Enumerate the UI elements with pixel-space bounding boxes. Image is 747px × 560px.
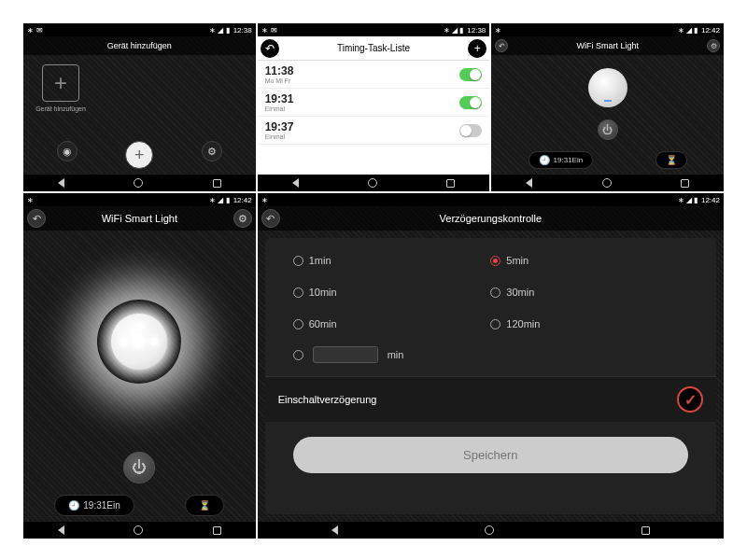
android-nav-bar (23, 522, 256, 539)
option-label: 30min (506, 287, 534, 298)
android-status-bar: ∗✉ ∗ ◢ ▮12:38 (23, 23, 256, 36)
option-label: 1min (309, 255, 331, 266)
back-icon[interactable] (292, 178, 299, 188)
add-button[interactable]: + (125, 141, 153, 169)
timer-toggle[interactable] (459, 124, 482, 137)
timer-toggle[interactable] (459, 68, 482, 81)
android-status-bar: ∗ ∗ ◢ ▮12:42 (258, 193, 724, 206)
home-icon[interactable] (134, 525, 143, 535)
page-title: WiFi Smart Light (102, 213, 177, 224)
screen-light-on: ∗ ∗ ◢ ▮12:42 ↶ WiFi Smart Light ⚙ ⏻ 🕘19:… (23, 193, 256, 539)
unit-label: min (388, 349, 404, 360)
screen-add-device: ∗✉ ∗ ◢ ▮12:38 Gerät hinzufügen + Gerät h… (23, 23, 256, 191)
save-button[interactable]: Speichern (293, 437, 688, 473)
page-title: Verzögerungskontrolle (440, 213, 542, 224)
timer-row[interactable]: 19:37Einmal (258, 117, 490, 145)
light-bulb-on[interactable] (97, 300, 181, 384)
delay-option-5min[interactable]: 5min (490, 255, 688, 266)
status-time: 12:42 (701, 26, 720, 35)
bottom-toolbar: ◉ + ⚙ (23, 135, 256, 175)
hourglass-icon: ⏳ (199, 500, 210, 511)
clock-icon: 🕘 (539, 155, 550, 165)
timer-list: 11:38Mo Mi Fr 19:31Einmal 19:37Einmal (258, 61, 490, 175)
timer-pill[interactable]: 🕘19:31Ein (529, 151, 594, 169)
android-status-bar: ∗✉ ∗ ◢ ▮12:38 (258, 23, 490, 36)
android-nav-bar (491, 175, 724, 191)
delay-mode-label: Einschaltverzögerung (278, 394, 377, 405)
pill-label: 19:31Ein (554, 156, 584, 164)
confirm-button[interactable]: ✓ (677, 386, 703, 413)
delay-option-60min[interactable]: 60min (293, 318, 491, 329)
light-bulb-off[interactable] (588, 68, 627, 107)
back-icon[interactable] (58, 178, 64, 188)
header: ↶ WiFi Smart Light ⚙ (23, 206, 256, 231)
status-time: 12:42 (701, 196, 720, 204)
add-device-tile[interactable]: + Gerät hinzufügen (33, 64, 89, 126)
home-icon[interactable] (485, 525, 494, 535)
android-nav-bar (258, 175, 490, 191)
option-label: 60min (309, 318, 337, 329)
settings-button[interactable]: ⚙ (202, 141, 222, 161)
recent-icon[interactable] (213, 526, 221, 535)
timer-toggle[interactable] (459, 96, 482, 109)
clock-icon: 🕘 (68, 500, 79, 511)
back-button[interactable]: ↶ (261, 39, 279, 58)
delay-option-30min[interactable]: 30min (490, 287, 688, 298)
android-nav-bar (23, 175, 256, 191)
add-timer-button[interactable]: + (468, 39, 486, 58)
recent-icon[interactable] (446, 179, 455, 188)
recent-icon[interactable] (213, 179, 221, 188)
screen-timing-list: ∗✉ ∗ ◢ ▮12:38 ↶ Timing-Task-Liste + 11:3… (258, 23, 490, 191)
recent-icon[interactable] (681, 179, 689, 188)
back-icon[interactable] (58, 525, 64, 535)
alarm-button[interactable]: ◉ (57, 141, 78, 161)
screen-light-off: ∗ ∗ ◢ ▮12:42 ↶ WiFi Smart Light ⚙ ⏻ 🕘19:… (491, 23, 724, 191)
back-button[interactable]: ↶ (495, 39, 508, 52)
back-button[interactable]: ↶ (261, 209, 280, 228)
header: ↶ Timing-Task-Liste + (258, 36, 490, 61)
home-icon[interactable] (134, 178, 143, 188)
delay-pill[interactable]: ⏳ (655, 151, 687, 169)
power-button[interactable]: ⏻ (123, 452, 155, 483)
delay-option-10min[interactable]: 10min (293, 287, 491, 298)
option-label: 10min (309, 287, 337, 298)
settings-button[interactable]: ⚙ (707, 39, 720, 52)
back-button[interactable]: ↶ (27, 209, 46, 228)
delay-option-custom[interactable] (293, 350, 303, 360)
timer-time: 19:37 (265, 120, 294, 133)
timer-row[interactable]: 11:38Mo Mi Fr (258, 61, 490, 89)
timer-time: 11:38 (265, 64, 294, 77)
power-button[interactable]: ⏻ (598, 119, 618, 140)
timer-pill[interactable]: 🕘19:31Ein (54, 495, 134, 516)
custom-minutes-input[interactable] (313, 346, 378, 363)
timer-repeat: Einmal (265, 133, 294, 140)
plus-icon: + (42, 64, 79, 102)
header: ↶ Verzögerungskontrolle (258, 206, 724, 231)
page-title: Timing-Task-Liste (337, 43, 410, 53)
timer-row[interactable]: 19:31Einmal (258, 89, 490, 117)
pill-label: 19:31Ein (83, 500, 120, 511)
status-time: 12:38 (467, 26, 486, 35)
delay-option-120min[interactable]: 120min (490, 318, 688, 329)
timer-time: 19:31 (265, 92, 294, 105)
home-icon[interactable] (602, 178, 612, 188)
settings-button[interactable]: ⚙ (233, 209, 252, 228)
delay-panel: 1min 5min 10min 30min 60min 120min min E… (265, 238, 716, 514)
add-device-label: Gerät hinzufügen (35, 105, 86, 112)
page-title: WiFi Smart Light (576, 41, 639, 50)
status-time: 12:42 (233, 196, 252, 204)
back-icon[interactable] (526, 178, 532, 188)
option-label: 5min (506, 255, 529, 266)
timer-repeat: Einmal (265, 105, 294, 112)
recent-icon[interactable] (641, 526, 650, 535)
header: Gerät hinzufügen (23, 36, 256, 55)
back-icon[interactable] (331, 525, 338, 535)
hourglass-icon: ⏳ (666, 155, 677, 165)
home-icon[interactable] (368, 178, 377, 188)
screen-delay-control: ∗ ∗ ◢ ▮12:42 ↶ Verzögerungskontrolle 1mi… (258, 193, 724, 539)
option-label: 120min (506, 318, 540, 329)
delay-option-1min[interactable]: 1min (293, 255, 491, 266)
android-status-bar: ∗ ∗ ◢ ▮12:42 (23, 193, 256, 206)
page-title: Gerät hinzufügen (107, 41, 172, 50)
delay-pill[interactable]: ⏳ (185, 495, 224, 516)
